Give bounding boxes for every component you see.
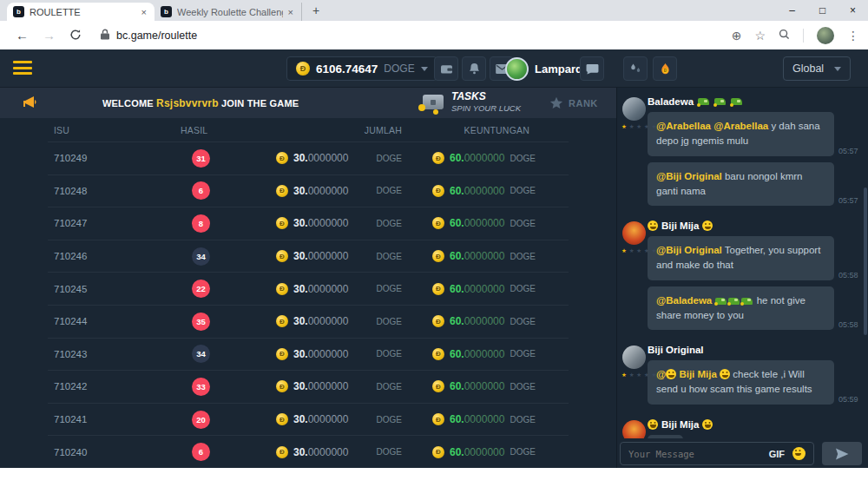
maximize-icon[interactable]: □ xyxy=(807,4,838,16)
result-badge: 34 xyxy=(192,247,210,266)
rain-drops-icon xyxy=(629,63,641,75)
new-tab-button[interactable]: + xyxy=(312,4,319,16)
zoom-plus-icon[interactable]: ⊕ xyxy=(732,30,742,42)
chat-username[interactable]: Biji Mija xyxy=(648,419,861,430)
address-bar[interactable]: bc.game/roulette xyxy=(101,28,197,43)
avatar[interactable] xyxy=(622,346,646,369)
tab-close-icon[interactable]: × xyxy=(140,7,148,17)
green-car-icon xyxy=(728,298,740,305)
notifications-button[interactable] xyxy=(462,56,486,81)
chat-username[interactable]: Baladewa xyxy=(648,96,861,107)
send-button[interactable] xyxy=(822,442,862,465)
avatar[interactable] xyxy=(622,97,646,121)
doge-coin-icon: Ð xyxy=(432,152,444,164)
tab-roulette[interactable]: b ROULETTE × xyxy=(7,3,155,21)
bet-amount: Ð30.0000000DOGE xyxy=(276,283,402,295)
rain-button[interactable] xyxy=(623,56,648,81)
tasks-link[interactable]: TASKS SPIN YOUR LUCK xyxy=(423,91,521,113)
message-input-box[interactable]: GIF xyxy=(620,442,814,465)
flaming-coin-icon: Ð xyxy=(659,63,672,76)
forward-icon[interactable]: → xyxy=(43,29,56,42)
round-id: 710246 xyxy=(54,251,181,261)
history-table-header: ISU HASIL JUMLAH KEUNTUNGAN xyxy=(48,118,569,141)
bet-amount: Ð30.0000000DOGE xyxy=(276,446,402,458)
profit-amount: Ð60.0000000DOGE xyxy=(432,152,536,164)
doge-coin-icon: Ð xyxy=(276,283,288,295)
search-icon[interactable] xyxy=(779,29,790,42)
message-input[interactable] xyxy=(628,449,761,459)
table-row[interactable]: 710244 35 Ð30.0000000DOGE Ð60.0000000DOG… xyxy=(48,305,569,338)
chat-username[interactable]: Biji Mija xyxy=(648,220,861,231)
table-row[interactable]: 710245 22 Ð30.0000000DOGE Ð60.0000000DOG… xyxy=(48,272,569,305)
url-text[interactable]: bc.game/roulette xyxy=(116,30,197,42)
bet-amount: Ð30.0000000DOGE xyxy=(276,152,402,164)
laugh-emoji xyxy=(648,419,658,430)
chat-input-row: GIF xyxy=(620,442,862,465)
wallet-button[interactable] xyxy=(434,56,458,81)
chat-scrollbar[interactable] xyxy=(864,188,867,335)
tab-title: ROULETTE xyxy=(30,7,136,17)
mention[interactable]: @Biji Original xyxy=(656,245,722,255)
send-plane-icon xyxy=(835,448,849,460)
page-bottom-whitespace xyxy=(0,468,868,487)
bet-amount: Ð30.0000000DOGE xyxy=(276,217,402,229)
minimize-icon[interactable]: – xyxy=(777,4,807,16)
emoji-picker-icon[interactable] xyxy=(792,447,806,460)
wallet-icon xyxy=(440,63,453,75)
browser-tab-strip: b ROULETTE × b Weekly Roulette Challenge… xyxy=(0,0,868,21)
chat-channel-selector[interactable]: Global xyxy=(783,56,851,81)
tab-weekly-challenge[interactable]: b Weekly Roulette Challenge - Win × xyxy=(155,3,302,21)
balance-selector[interactable]: Ð 6106.74647 DOGE xyxy=(286,56,437,81)
browser-menu-icon[interactable]: ⋮ xyxy=(847,30,859,42)
bookmark-star-icon[interactable]: ☆ xyxy=(754,30,766,42)
laugh-emoji xyxy=(702,419,713,430)
table-row[interactable]: 710242 33 Ð30.0000000DOGE Ð60.0000000DOG… xyxy=(48,370,569,403)
doge-coin-icon: Ð xyxy=(276,446,288,458)
table-row[interactable]: 710240 6 Ð30.0000000DOGE Ð60.0000000DOGE xyxy=(48,435,569,468)
bet-amount: Ð30.0000000DOGE xyxy=(276,413,402,425)
round-id: 710240 xyxy=(54,447,181,457)
table-row[interactable]: 710243 34 Ð30.0000000DOGE Ð60.0000000DOG… xyxy=(48,338,569,371)
chat-message: @Biji Original baru nongol kmrn ganti na… xyxy=(648,162,861,207)
close-icon[interactable]: × xyxy=(838,4,868,16)
avatar[interactable] xyxy=(622,221,646,245)
chat-username[interactable]: Biji Original xyxy=(648,345,861,355)
mention[interactable]: @Arabellaa @Arabellaa xyxy=(656,121,768,131)
table-row[interactable]: 710247 8 Ð30.0000000DOGE Ð60.0000000DOGE xyxy=(48,207,569,240)
result-badge: 8 xyxy=(192,214,210,233)
site-topbar: Ð 6106.74647 DOGE Lampard Ð xyxy=(0,49,868,88)
table-row[interactable]: 710241 20 Ð30.0000000DOGE Ð60.0000000DOG… xyxy=(48,403,569,436)
back-icon[interactable]: ← xyxy=(16,29,29,42)
mention[interactable]: @Biji Original xyxy=(656,171,722,181)
table-row[interactable]: 710249 31 Ð30.0000000DOGE Ð60.0000000DOG… xyxy=(48,141,569,174)
profit-amount: Ð60.0000000DOGE xyxy=(432,250,536,262)
doge-coin-icon: Ð xyxy=(432,250,444,262)
result-badge: 22 xyxy=(192,280,210,298)
chat-message: @Biji Original Together, you support and… xyxy=(648,236,861,280)
doge-coin-icon: Ð xyxy=(432,185,444,197)
message-time: 05:57 xyxy=(838,196,861,206)
gif-button[interactable]: GIF xyxy=(769,449,785,459)
table-row[interactable]: 710246 34 Ð30.0000000DOGE Ð60.0000000DOG… xyxy=(48,240,569,273)
chat-group: ★ ★ ★ ★ ★ Baladewa @Arabellaa @Arabellaa… xyxy=(617,96,863,206)
green-car-icon xyxy=(715,298,727,305)
chat-toggle-button[interactable] xyxy=(580,56,604,81)
mention[interactable]: @ Biji Mija xyxy=(656,369,730,379)
doge-coin-icon: Ð xyxy=(276,348,288,360)
chat-message-list[interactable]: ★ ★ ★ ★ ★ Baladewa @Arabellaa @Arabellaa… xyxy=(617,96,863,438)
round-id: 710241 xyxy=(54,414,181,424)
reload-icon[interactable] xyxy=(69,29,82,43)
doge-coin-icon: Ð xyxy=(432,413,444,425)
table-row[interactable]: 710248 6 Ð30.0000000DOGE Ð60.0000000DOGE xyxy=(48,174,569,207)
profit-amount: Ð60.0000000DOGE xyxy=(432,413,536,425)
mention[interactable]: @Baladewa xyxy=(656,295,712,306)
tab-close-icon[interactable]: × xyxy=(286,7,295,17)
col-jumlah: JUMLAH xyxy=(276,125,402,135)
rank-link[interactable]: RANK xyxy=(549,96,598,109)
avatar[interactable] xyxy=(622,420,646,439)
hamburger-menu-icon[interactable] xyxy=(13,61,32,78)
coin-drop-button[interactable]: Ð xyxy=(653,56,677,81)
welcome-username: Rsjsbvvrvrb xyxy=(156,97,219,109)
chevron-down-icon xyxy=(421,67,428,71)
browser-profile-avatar[interactable] xyxy=(817,27,834,44)
